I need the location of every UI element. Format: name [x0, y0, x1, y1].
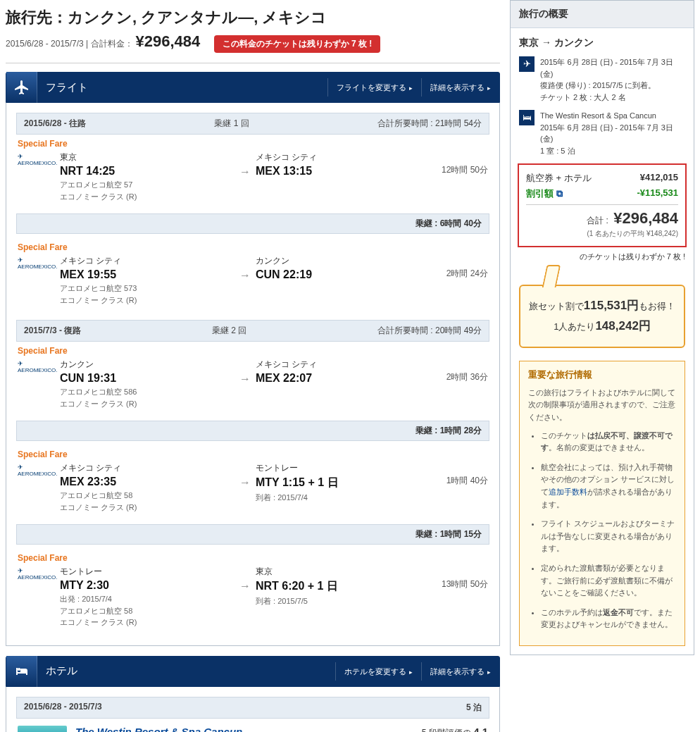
- flight-number: アエロメヒコ航空 573: [60, 283, 235, 294]
- important-heading: 重要な旅行情報: [528, 368, 676, 381]
- price-breakdown-box: 航空券 + ホテル ¥412,015 割引額 ⧉ -¥115,531 合計 : …: [518, 163, 687, 247]
- important-item: フライト スケジュールおよびターミナルは予告なしに変更される場合があります。: [541, 518, 676, 555]
- hotel-detail-button[interactable]: 詳細を表示する: [421, 662, 499, 681]
- change-flight-button[interactable]: フライトを変更する: [327, 78, 421, 97]
- from-code-time: MTY 2:30: [60, 579, 235, 592]
- to-code-time: NRT 6:20 + 1 日: [256, 579, 430, 594]
- departure-date: 出発 : 2015/7/4: [60, 593, 235, 605]
- from-city: モントレー: [60, 566, 235, 578]
- segment-duration: 2時間 36分: [430, 359, 488, 383]
- airline-logo: AEROMEXICO.: [18, 255, 60, 270]
- flight-hotel-price: ¥412,015: [640, 172, 678, 185]
- return-duration: 合計所要時間 : 20時間 49分: [377, 325, 482, 337]
- to-city: モントレー: [256, 462, 430, 474]
- flight-number: アエロメヒコ航空 58: [60, 490, 235, 502]
- external-link-icon[interactable]: ⧉: [556, 188, 563, 199]
- important-item: 定められた渡航書類が必要となります。ご旅行前に必ず渡航書類に不備がないことをご確…: [541, 562, 676, 600]
- segment-duration: 1時間 40分: [430, 462, 488, 487]
- from-city: メキシコ シティ: [60, 255, 235, 267]
- savings-callout: 旅セット割で115,531円もお得！ 1人あたり148,242円: [519, 285, 685, 348]
- from-city: カンクン: [60, 359, 235, 371]
- cabin-class: エコノミー クラス (R): [60, 398, 235, 410]
- to-code-time: MEX 13:15: [256, 165, 430, 178]
- layover-bar: 乗継 : 1時間 15分: [16, 524, 489, 545]
- flight-section-title: フライト: [37, 81, 327, 94]
- hotel-section-bar: ホテル ホテルを変更する 詳細を表示する: [6, 656, 500, 687]
- layover-time: 乗継 : 1時間 28分: [415, 426, 482, 435]
- arrow-icon: →: [235, 359, 256, 385]
- low-availability-badge: この料金のチケットは残りわずか 7 枚 !: [214, 35, 381, 53]
- flight-segment: AEROMEXICO. 東京 NRT 14:25 アエロメヒコ航空 57エコノミ…: [16, 149, 489, 209]
- summary-return-arrival: 復路便 (帰り) : 2015/7/5 に到着。: [540, 80, 685, 92]
- return-header: 2015/7/3 - 復路 乗継 2 回 合計所要時間 : 20時間 49分: [16, 320, 489, 342]
- special-fare-label: Special Fare: [16, 135, 489, 149]
- change-hotel-button[interactable]: ホテルを変更する: [335, 662, 421, 681]
- special-fare-label: Special Fare: [16, 238, 489, 252]
- from-code-time: MEX 23:35: [60, 476, 235, 488]
- summary-hotel-name: The Westin Resort & Spa Cancun: [540, 110, 685, 122]
- summary-flight-item: ✈ 2015年 6月 28日 (日) - 2015年 7月 3日 (金) 復路便…: [519, 56, 685, 103]
- rating-value: 4.1: [473, 726, 488, 733]
- flight-segment: AEROMEXICO. メキシコ シティ MEX 23:35 アエロメヒコ航空 …: [16, 459, 489, 520]
- savings-amount: 115,531円: [584, 299, 639, 312]
- special-fare-label: Special Fare: [16, 445, 489, 459]
- airline-logo: AEROMEXICO.: [18, 462, 60, 477]
- dest-prefix: 旅行先：: [6, 8, 68, 26]
- summary-flight-dates: 2015年 6月 28日 (日) - 2015年 7月 3日 (金): [540, 56, 685, 80]
- trip-summary-box: 旅行の概要 東京 → カンクン ✈ 2015年 6月 28日 (日) - 201…: [510, 0, 694, 655]
- cabin-class: エコノミー クラス (R): [60, 294, 235, 306]
- layover-time: 乗継 : 1時間 15分: [415, 529, 482, 539]
- total-price: ¥296,484: [136, 32, 201, 50]
- summary-room-nights: 1 室 : 5 泊: [540, 145, 685, 157]
- summary-tickets: チケット 2 枚 : 大人 2 名: [540, 92, 685, 104]
- to-city: メキシコ シティ: [256, 359, 430, 371]
- hotel-nights: 5 泊: [466, 702, 482, 712]
- flight-segment: AEROMEXICO. カンクン CUN 19:31 アエロメヒコ航空 586エ…: [16, 356, 489, 416]
- hotel-section-title: ホテル: [37, 664, 335, 678]
- per-person-avg: (1 名あたりの平均 ¥148,242): [526, 229, 678, 239]
- arrival-date: 到着 : 2015/7/4: [256, 492, 430, 504]
- layover-time: 乗継 : 6時間 40分: [415, 218, 482, 228]
- arrow-icon: →: [235, 566, 256, 593]
- flight-section-bar: フライト フライトを変更する 詳細を表示する: [6, 72, 500, 103]
- rating-scale-label: 5 段階評価の: [422, 728, 473, 733]
- bed-icon: 🛏: [519, 110, 535, 125]
- hotel-thumbnail[interactable]: [18, 726, 67, 733]
- per-person-amount: 148,242円: [595, 319, 650, 333]
- extra-fee-link[interactable]: 追加手数料: [549, 488, 587, 496]
- from-code-time: CUN 19:31: [60, 372, 235, 385]
- segment-duration: 12時間 50分: [430, 151, 488, 176]
- segment-duration: 2時間 24分: [430, 255, 488, 280]
- important-item: このチケットは払戻不可、譲渡不可です。名前の変更はできません。: [541, 430, 676, 454]
- hotel-name-link[interactable]: The Westin Resort & Spa Cancun: [75, 726, 408, 733]
- flight-number: アエロメヒコ航空 586: [60, 386, 235, 398]
- important-item: 航空会社によっては、預け入れ手荷物やその他のオプション サービスに対して追加手数…: [541, 461, 676, 511]
- discount-value: -¥115,531: [637, 187, 678, 200]
- grand-total-label: 合計 :: [587, 216, 608, 225]
- flight-segment: AEROMEXICO. モントレー MTY 2:30 出発 : 2015/7/4…: [16, 563, 489, 635]
- important-info-box: 重要な旅行情報 この旅行はフライトおよびホテルに関して次の制限事項が適用されます…: [519, 361, 685, 646]
- summary-heading: 旅行の概要: [511, 1, 694, 28]
- layover-bar: 乗継 : 1時間 28分: [16, 421, 489, 441]
- low-availability-text: のチケットは残りわずか 7 枚 !: [519, 252, 685, 262]
- to-code-time: MTY 1:15 + 1 日: [256, 476, 430, 490]
- summary-hotel-item: 🛏 The Westin Resort & Spa Cancun 2015年 6…: [519, 110, 685, 156]
- segment-duration: 13時間 50分: [430, 566, 488, 590]
- from-code-time: MEX 19:55: [60, 268, 235, 281]
- cabin-class: エコノミー クラス (R): [60, 616, 235, 628]
- from-city: メキシコ シティ: [60, 462, 235, 474]
- total-label: 合計料金：: [91, 39, 133, 49]
- discount-label: 割引額: [526, 188, 554, 199]
- flight-segment: AEROMEXICO. メキシコ シティ MEX 19:55 アエロメヒコ航空 …: [16, 252, 489, 313]
- page-header: 旅行先：カンクン, クアンタナル―, メキシコ 2015/6/28 - 2015…: [6, 0, 500, 63]
- cabin-class: エコノミー クラス (R): [60, 191, 235, 203]
- hotel-dates-bar: 2015/6/28 - 2015/7/3 5 泊: [16, 697, 489, 719]
- special-fare-label: Special Fare: [16, 549, 489, 563]
- bed-icon: [6, 656, 37, 687]
- from-city: 東京: [60, 151, 235, 163]
- summary-hotel-dates: 2015年 6月 28日 (日) - 2015年 7月 3日 (金): [540, 122, 685, 145]
- flight-hotel-label: 航空券 + ホテル: [526, 172, 592, 185]
- flight-detail-button[interactable]: 詳細を表示する: [421, 78, 499, 97]
- destination: カンクン, クアンタナル―, メキシコ: [68, 8, 327, 26]
- outbound-duration: 合計所要時間 : 21時間 54分: [377, 118, 482, 130]
